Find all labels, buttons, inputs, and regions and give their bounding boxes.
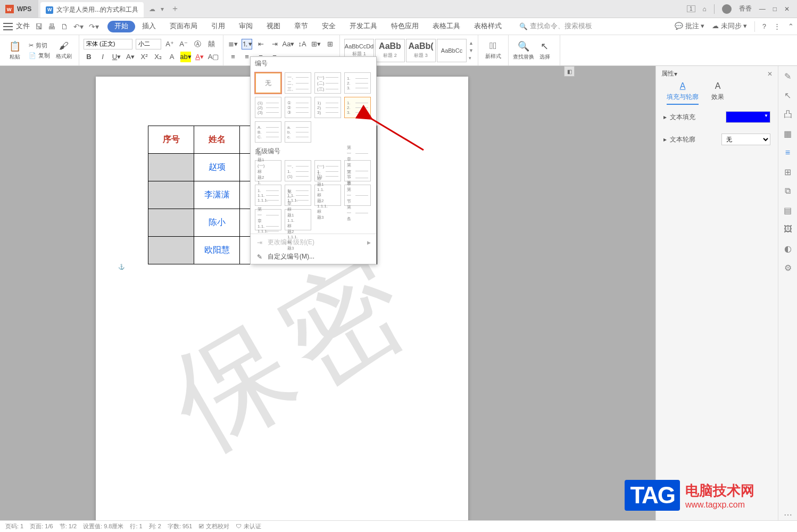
status-set[interactable]: 设置值: 9.8厘米 [83, 522, 123, 530]
char-spacing-icon[interactable]: 囍 [206, 39, 217, 49]
menu-icon[interactable] [3, 23, 13, 30]
cell-name[interactable]: 欧阳慧 [194, 237, 240, 264]
new-tab-button[interactable]: ＋ [167, 0, 183, 18]
tab-table-tools[interactable]: 表格工具 [426, 19, 467, 34]
numbering-item[interactable]: ①②③ [285, 97, 311, 118]
sidebar-nav-icon[interactable]: ⊞ [782, 166, 794, 178]
text-outline-select[interactable]: 无 [721, 134, 770, 145]
cell-seq[interactable] [148, 181, 194, 209]
tab-effect[interactable]: A 效果 [711, 81, 724, 105]
toggle-panel-button[interactable]: ◧ [564, 66, 575, 77]
format-painter-button[interactable]: 🖌 格式刷 [53, 40, 74, 60]
select-button[interactable]: ↖选择 [534, 40, 555, 61]
tab-view[interactable]: 视图 [260, 19, 287, 34]
sidebar-select-icon[interactable]: ↖ [782, 89, 794, 101]
search-box[interactable]: 🔍 查找命令、搜索模板 [519, 22, 592, 31]
clear-format-icon[interactable]: Ⓐ [192, 39, 203, 49]
tab-reference[interactable]: 引用 [204, 19, 232, 34]
case-button[interactable]: Aa▾ [283, 39, 294, 49]
tab-table-style[interactable]: 表格样式 [467, 19, 509, 34]
tab-insert[interactable]: 插入 [135, 19, 163, 34]
numbering-item[interactable]: a.b.c. [285, 121, 311, 143]
status-col[interactable]: 列: 2 [149, 522, 161, 530]
multi-item[interactable]: 1.1.1.1.1.1. [255, 185, 281, 206]
style-scroll-down-icon[interactable]: ▼ [469, 48, 474, 53]
cell-name[interactable]: 赵项 [194, 154, 240, 181]
emcases-button[interactable]: A [167, 52, 177, 62]
print-icon[interactable]: 🖶 [48, 22, 55, 31]
multi-item[interactable]: 一、标题1(一) 标题21. 标题3 [255, 160, 281, 181]
sidebar-properties-icon[interactable]: ≡ [782, 147, 794, 159]
sidebar-link-icon[interactable]: ⧉ [782, 185, 794, 197]
close-button[interactable]: ✕ [784, 5, 790, 13]
sidebar-backup-icon[interactable]: ◐ [782, 243, 794, 254]
numbering-item[interactable]: 1)2)3) [314, 97, 341, 118]
style-dropdown-icon[interactable]: ▾ [469, 55, 474, 61]
status-proof[interactable]: 🗹 文档校对 [198, 522, 229, 530]
table-button[interactable]: ⊞ [325, 39, 335, 49]
hdr-seq[interactable]: 序号 [148, 126, 194, 154]
paste-button[interactable]: 📋 粘贴 [4, 40, 26, 61]
style-item-3[interactable]: AaBb(标题 3 [406, 39, 436, 62]
cell-seq[interactable] [148, 237, 194, 264]
underline-button[interactable]: U▾ [111, 52, 122, 62]
tab-dev[interactable]: 开发工具 [343, 19, 384, 34]
save-icon[interactable]: 🖫 [35, 22, 43, 31]
minimize-button[interactable]: — [759, 5, 766, 13]
numbering-item[interactable]: 一、二、三、 [285, 72, 311, 94]
status-row[interactable]: 行: 1 [130, 522, 142, 530]
sidebar-layout-icon[interactable]: ▦ [782, 128, 794, 139]
cell-seq[interactable] [148, 154, 194, 181]
tab-fill-outline[interactable]: A 填充与轮廓 [667, 81, 699, 105]
numbering-item[interactable]: (1)(2)(3) [255, 97, 281, 118]
tab-review[interactable]: 审阅 [232, 19, 260, 34]
multi-item[interactable]: 一、1.(1) [285, 160, 311, 181]
sync-button[interactable]: ☁ 未同步 ▾ [712, 22, 747, 31]
panel-close-icon[interactable]: ✕ [767, 70, 773, 78]
redo-icon[interactable]: ↷▾ [89, 22, 99, 31]
indent-dec-button[interactable]: ⇤ [255, 39, 266, 49]
italic-button[interactable]: I [97, 52, 108, 62]
numbering-item-hover[interactable]: 1.2.3. [344, 97, 371, 118]
subscript-button[interactable]: X₂ [153, 52, 163, 62]
tab-chapter[interactable]: 章节 [287, 19, 315, 34]
home-icon[interactable]: ⌂ [703, 5, 707, 13]
numbering-button[interactable]: ⒈▾ [242, 39, 252, 49]
more-icon[interactable]: ⋮ [774, 22, 781, 30]
user-avatar[interactable] [722, 4, 732, 14]
tab-special[interactable]: 特色应用 [384, 19, 426, 34]
align-left-button[interactable]: ≡ [228, 52, 238, 62]
bold-button[interactable]: B [84, 52, 94, 62]
numbering-item[interactable]: 1.2.3. [344, 72, 371, 94]
multi-item[interactable]: 第一章第一节第一条 [344, 185, 371, 206]
font-color-button[interactable]: A▾ [194, 52, 205, 62]
find-replace-button[interactable]: 🔍查找替换 [513, 40, 534, 61]
strike-button[interactable]: A̵▾ [125, 52, 136, 62]
font-name-input[interactable] [84, 39, 132, 49]
expand-icon[interactable]: ▸ [663, 136, 667, 143]
multi-item[interactable]: 第一章1.1.1.1.1. [255, 209, 281, 230]
copy-button[interactable]: 📄复制 [29, 52, 50, 60]
undo-icon[interactable]: ↶▾ [73, 22, 84, 31]
text-dir-button[interactable]: ↕A [297, 39, 308, 49]
status-section[interactable]: 节: 1/2 [60, 522, 77, 530]
status-words[interactable]: 字数: 951 [168, 522, 192, 530]
shrink-font-icon[interactable]: A⁻ [178, 39, 189, 49]
file-menu[interactable]: 文件 [16, 22, 30, 31]
text-fill-color-picker[interactable] [726, 111, 770, 123]
multi-item[interactable]: 1. 标题11.1. 标题21.1.1. 标题3 [314, 185, 341, 206]
combine-button[interactable]: ⊞▾ [311, 39, 321, 49]
comment-button[interactable]: 💬 批注 ▾ [675, 22, 704, 31]
sidebar-styles-icon[interactable]: 凸 [782, 109, 794, 120]
app-button[interactable]: W WPS [0, 0, 38, 18]
tab-cloud-icon[interactable]: ☁ [149, 5, 155, 13]
document-tab[interactable]: 文字是人类用...的方式和工具 [40, 2, 144, 18]
numbering-item[interactable]: A.B.C. [255, 121, 281, 143]
sidebar-more-icon[interactable]: ⋯ [782, 509, 794, 520]
highlight-button[interactable]: ab▾ [180, 52, 191, 62]
tab-start[interactable]: 开始 [107, 21, 135, 32]
new-style-button[interactable]: Ａ̲新样式 [483, 40, 504, 60]
style-item-2[interactable]: AaBb标题 2 [375, 39, 405, 62]
cut-button[interactable]: ✂剪切 [29, 41, 50, 49]
maximize-button[interactable]: □ [773, 5, 777, 13]
